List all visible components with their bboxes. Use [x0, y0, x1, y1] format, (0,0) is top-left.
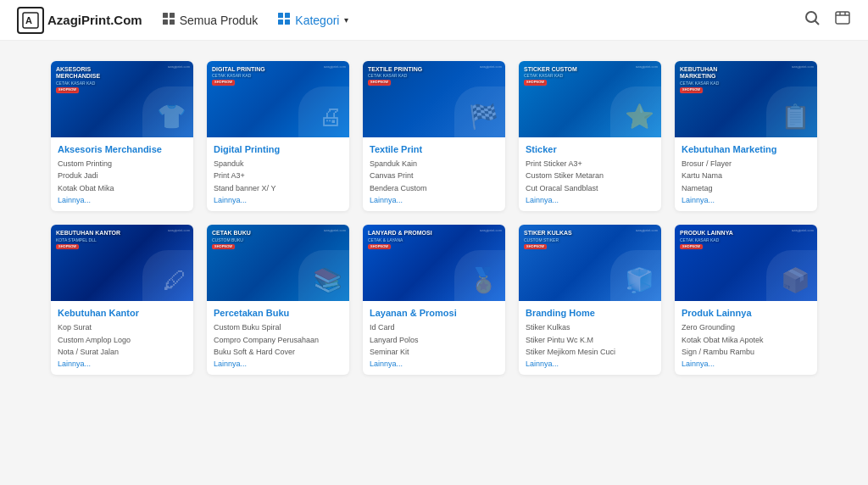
- card-item: Brosur / Flayer: [682, 158, 810, 170]
- card-more-link[interactable]: Lainnya...: [526, 196, 654, 204]
- svg-rect-6: [278, 13, 283, 18]
- card-item: Custom Stiker Metaran: [526, 170, 654, 181]
- card-title[interactable]: Produk Lainnya: [682, 308, 810, 318]
- card-more-link[interactable]: Lainnya...: [58, 196, 186, 204]
- card-image-sticker: STICKER CUSTOM CETAK KASAR KAD SHOPNOW ⭐…: [519, 61, 661, 137]
- watermark: azagiprint.com: [168, 228, 190, 232]
- card-item: Custom Amplop Logo: [58, 334, 186, 346]
- grid-icon: [163, 13, 175, 27]
- logo-text: AzagiPrint.Com: [47, 13, 142, 27]
- card-image-percetakan: CETAK BUKU CUSTOM BUKU SHOPNOW 📚 azagipr…: [207, 225, 349, 301]
- svg-rect-8: [278, 20, 283, 25]
- card-item: Spanduk: [214, 158, 342, 170]
- svg-line-11: [815, 21, 820, 25]
- card-img-icon: 🏁: [469, 103, 498, 131]
- card-item: Kotak Obat Mika: [58, 182, 186, 194]
- card-body: Textile Print Spanduk KainCanvas PrintBe…: [363, 137, 505, 211]
- svg-point-10: [806, 12, 816, 22]
- card-body: Aksesoris Merchandise Custom PrintingPro…: [51, 137, 193, 211]
- card-item: Zero Grounding: [682, 321, 810, 333]
- card-image-label: KEBUTUHAN KANTOR KOTA STAMPEL DLL SHOPNO…: [56, 230, 120, 249]
- card-title[interactable]: Kebutuhan Marketing: [682, 144, 810, 154]
- card-item: Custom Buku Spiral: [214, 321, 342, 333]
- card-title[interactable]: Aksesoris Merchandise: [58, 144, 186, 154]
- card-image-label: CETAK BUKU CUSTOM BUKU SHOPNOW: [212, 230, 251, 249]
- card-item: Stiker Kulkas: [526, 321, 654, 333]
- card-more-link[interactable]: Lainnya...: [214, 360, 342, 368]
- card-item: Produk Jadi: [58, 170, 186, 181]
- watermark: azagiprint.com: [480, 228, 502, 232]
- product-card-layanan: LANYARD & PROMOSI CETAK & LAYANA SHOPNOW…: [363, 225, 505, 375]
- card-item: Stiker Pintu Wc K.M: [526, 334, 654, 346]
- search-icon[interactable]: [804, 9, 821, 31]
- card-item: Id Card: [370, 321, 498, 333]
- header-actions: [804, 9, 851, 31]
- card-more-link[interactable]: Lainnya...: [214, 196, 342, 204]
- card-item: Bendera Custom: [370, 182, 498, 194]
- card-body: Kebutuhan Kantor Kop SuratCustom Amplop …: [51, 301, 193, 375]
- product-card-branding: STIKER KULKAS CUSTOM STIKER SHOPNOW 🧊 az…: [519, 225, 661, 375]
- card-more-link[interactable]: Lainnya...: [58, 360, 186, 368]
- card-title[interactable]: Sticker: [526, 144, 654, 154]
- nav-kategori[interactable]: Kategori ▾: [278, 13, 348, 27]
- card-title[interactable]: Kebutuhan Kantor: [58, 308, 186, 318]
- watermark: azagiprint.com: [324, 64, 346, 69]
- card-img-icon: 📚: [313, 266, 342, 294]
- card-item: Spanduk Kain: [370, 158, 498, 170]
- product-card-kebutuhan-marketing: KEBUTUHAN MARKETING CETAK KASAR KAD SHOP…: [675, 61, 817, 211]
- card-image-layanan: LANYARD & PROMOSI CETAK & LAYANA SHOPNOW…: [363, 225, 505, 301]
- card-image-textile: TEXTILE PRINTING CETAK KASAR KAD SHOPNOW…: [363, 61, 505, 137]
- product-card-aksesoris: AKSESORIS MERCHANDISE CETAK KASAR KAD SH…: [51, 61, 193, 211]
- semua-produk-label: Semua Produk: [180, 14, 259, 27]
- card-img-icon: 📋: [781, 103, 810, 131]
- card-item: Seminar Kit: [370, 346, 498, 358]
- card-body: Produk Lainnya Zero GroundingKotak Obat …: [675, 301, 817, 375]
- card-item: Stand banner X/ Y: [214, 182, 342, 194]
- card-image-label: TEXTILE PRINTING CETAK KASAR KAD SHOPNOW: [368, 66, 422, 86]
- card-body: Layanan & Promosi Id CardLanyard PolosSe…: [363, 301, 505, 375]
- svg-text:A: A: [25, 15, 32, 25]
- card-title[interactable]: Percetakan Buku: [214, 308, 342, 318]
- svg-rect-9: [285, 20, 290, 25]
- card-body: Branding Home Stiker KulkasStiker Pintu …: [519, 301, 661, 375]
- card-image-label: AKSESORIS MERCHANDISE CETAK KASAR KAD SH…: [56, 66, 124, 93]
- card-item: Canvas Print: [370, 170, 498, 181]
- svg-rect-3: [170, 13, 175, 18]
- product-card-produk-lainnya: PRODUK LAINNYA CETAK KASAR KAD SHOPNOW 📦…: [675, 225, 817, 375]
- user-icon[interactable]: [834, 9, 851, 31]
- card-item: Kop Surat: [58, 321, 186, 333]
- card-more-link[interactable]: Lainnya...: [682, 196, 810, 204]
- card-title[interactable]: Branding Home: [526, 308, 654, 318]
- card-item: Cut Oracal Sandblast: [526, 182, 654, 194]
- card-more-link[interactable]: Lainnya...: [682, 360, 810, 368]
- card-image-label: LANYARD & PROMOSI CETAK & LAYANA SHOPNOW: [368, 230, 432, 249]
- card-title[interactable]: Digital Printing: [214, 144, 342, 154]
- card-image-kebutuhan-marketing: KEBUTUHAN MARKETING CETAK KASAR KAD SHOP…: [675, 61, 817, 137]
- card-item: Custom Printing: [58, 158, 186, 170]
- kategori-label: Kategori: [295, 14, 339, 27]
- card-item: Sign / Rambu Rambu: [682, 346, 810, 358]
- svg-rect-7: [285, 13, 290, 18]
- card-title[interactable]: Textile Print: [370, 144, 498, 154]
- nav-semua-produk[interactable]: Semua Produk: [163, 13, 259, 27]
- svg-rect-2: [163, 13, 168, 18]
- kategori-icon: [278, 13, 290, 27]
- product-card-percetakan: CETAK BUKU CUSTOM BUKU SHOPNOW 📚 azagipr…: [207, 225, 349, 375]
- watermark: azagiprint.com: [168, 64, 190, 69]
- card-image-label: KEBUTUHAN MARKETING CETAK KASAR KAD SHOP…: [680, 66, 748, 93]
- card-more-link[interactable]: Lainnya...: [370, 360, 498, 368]
- logo[interactable]: A AzagiPrint.Com: [17, 7, 142, 34]
- watermark: azagiprint.com: [792, 228, 814, 232]
- card-image-label: PRODUK LAINNYA CETAK KASAR KAD SHOPNOW: [680, 230, 733, 249]
- watermark: azagiprint.com: [636, 228, 658, 232]
- card-item: Kotak Obat Mika Apotek: [682, 334, 810, 346]
- card-body: Sticker Print Sticker A3+Custom Stiker M…: [519, 137, 661, 211]
- card-image-branding: STIKER KULKAS CUSTOM STIKER SHOPNOW 🧊 az…: [519, 225, 661, 301]
- card-title[interactable]: Layanan & Promosi: [370, 308, 498, 318]
- watermark: azagiprint.com: [792, 64, 814, 69]
- svg-rect-4: [163, 20, 168, 25]
- card-more-link[interactable]: Lainnya...: [370, 196, 498, 204]
- header: A AzagiPrint.Com Semua Produk Kategori: [0, 0, 868, 41]
- card-more-link[interactable]: Lainnya...: [526, 360, 654, 368]
- chevron-down-icon: ▾: [344, 15, 348, 25]
